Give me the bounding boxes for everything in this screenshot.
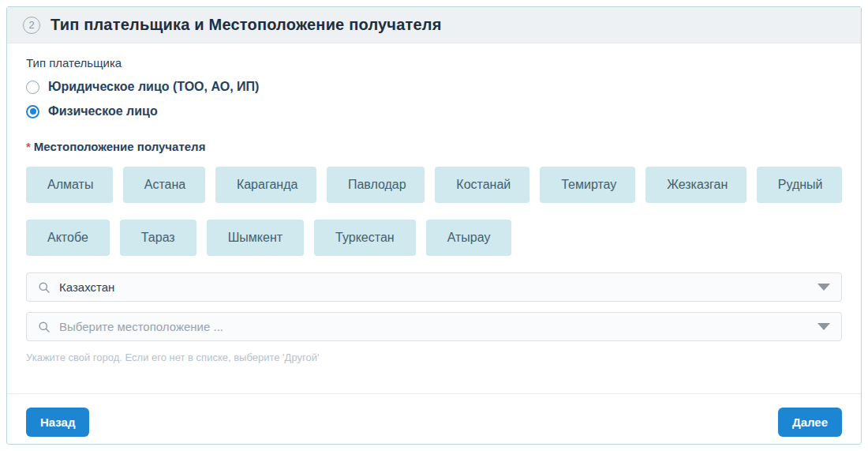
city-button-Актобе[interactable]: Актобе	[26, 220, 110, 256]
payer-type-label: Тип плательщика	[26, 56, 842, 70]
country-select[interactable]: Казахстан	[26, 272, 842, 302]
city-buttons-row-1: АлматыАстанаКарагандаПавлодарКостанайТем…	[26, 167, 842, 203]
city-button-Павлодар[interactable]: Павлодар	[327, 167, 425, 203]
form-body: Тип плательщика Юридическое лицо (ТОО, А…	[7, 43, 861, 363]
country-select-value: Казахстан	[59, 280, 114, 294]
radio-option-label: Юридическое лицо (ТОО, АО, ИП)	[48, 80, 259, 94]
page-title: Тип плательщика и Местоположение получат…	[51, 16, 442, 34]
location-select[interactable]: Выберите местоположение ...	[26, 312, 842, 341]
city-button-Астана[interactable]: Астана	[123, 167, 205, 203]
radio-unselected-icon[interactable]	[26, 81, 39, 94]
radio-selected-icon[interactable]	[26, 105, 39, 118]
required-asterisk: *	[26, 140, 31, 153]
search-icon	[38, 281, 51, 294]
city-button-Рудный[interactable]: Рудный	[757, 167, 842, 203]
next-button[interactable]: Далее	[778, 408, 842, 437]
radio-option-label: Физическое лицо	[48, 104, 158, 118]
city-buttons-row-2: АктобеТаразШымкентТуркестанАтырау	[26, 220, 842, 256]
form-card: 2 Тип плательщика и Местоположение получ…	[6, 6, 862, 445]
hint-text: Укажите свой город. Если его нет в списк…	[26, 351, 842, 363]
back-button[interactable]: Назад	[26, 408, 89, 437]
city-button-Караганда[interactable]: Караганда	[215, 167, 316, 203]
search-icon	[38, 321, 51, 333]
city-button-Тараз[interactable]: Тараз	[120, 220, 196, 256]
city-button-Шымкент[interactable]: Шымкент	[207, 220, 304, 256]
city-button-Костанай[interactable]: Костанай	[435, 167, 529, 203]
city-button-Алматы[interactable]: Алматы	[26, 167, 113, 203]
location-label-text: Местоположение получателя	[34, 140, 206, 153]
form-footer: Назад Далее	[7, 393, 861, 444]
step-header: 2 Тип плательщика и Местоположение получ…	[7, 7, 861, 43]
payer-type-radio-group: Юридическое лицо (ТОО, АО, ИП)Физическое…	[26, 80, 842, 118]
city-button-Темиртау[interactable]: Темиртау	[540, 167, 635, 203]
city-button-Жезказган[interactable]: Жезказган	[645, 167, 746, 203]
city-button-Туркестан[interactable]: Туркестан	[314, 220, 416, 256]
location-select-placeholder: Выберите местоположение ...	[59, 320, 223, 333]
dropdown-caret-icon[interactable]	[817, 284, 830, 291]
location-label: *Местоположение получателя	[26, 140, 842, 153]
radio-option-0[interactable]: Юридическое лицо (ТОО, АО, ИП)	[26, 80, 842, 94]
radio-option-1[interactable]: Физическое лицо	[26, 104, 842, 118]
dropdown-caret-icon[interactable]	[817, 323, 830, 330]
step-number-badge: 2	[23, 17, 40, 34]
city-button-Атырау[interactable]: Атырау	[426, 220, 512, 256]
